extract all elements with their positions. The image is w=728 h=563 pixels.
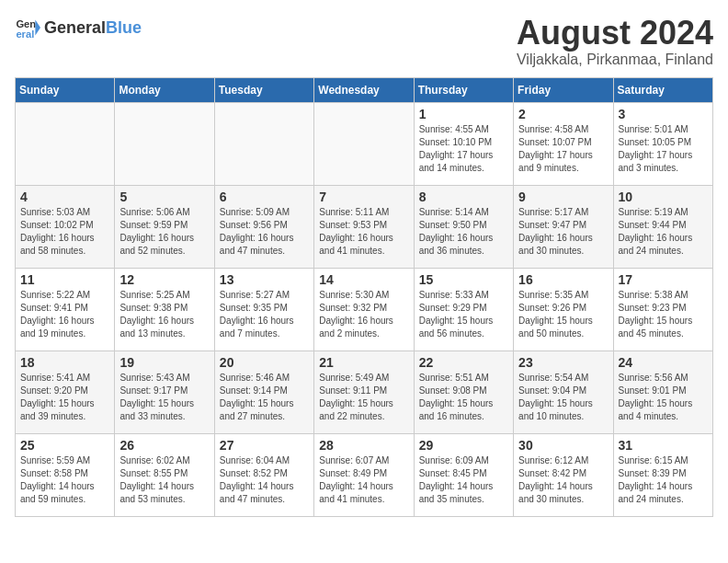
table-row (16, 102, 115, 185)
day-number: 4 (20, 190, 109, 204)
day-info: Sunrise: 5:49 AM Sunset: 9:11 PM Dayligh… (319, 372, 408, 423)
day-number: 19 (119, 355, 209, 370)
day-info: Sunrise: 6:09 AM Sunset: 8:45 PM Dayligh… (419, 454, 508, 506)
day-info: Sunrise: 5:51 AM Sunset: 9:08 PM Dayligh… (419, 372, 508, 423)
col-sunday: Sunday (16, 77, 115, 102)
table-row: 27Sunrise: 6:04 AM Sunset: 8:52 PM Dayli… (214, 433, 313, 516)
table-row: 13Sunrise: 5:27 AM Sunset: 9:35 PM Dayli… (214, 268, 313, 350)
svg-marker-2 (35, 20, 40, 36)
table-row: 1Sunrise: 4:55 AM Sunset: 10:10 PM Dayli… (414, 102, 513, 185)
day-number: 31 (619, 438, 708, 453)
day-info: Sunrise: 5:38 AM Sunset: 9:23 PM Dayligh… (619, 289, 708, 340)
day-number: 7 (319, 190, 408, 204)
table-row: 24Sunrise: 5:56 AM Sunset: 9:01 PM Dayli… (613, 350, 712, 433)
day-info: Sunrise: 5:27 AM Sunset: 9:35 PM Dayligh… (220, 289, 309, 340)
day-info: Sunrise: 5:25 AM Sunset: 9:38 PM Dayligh… (119, 289, 209, 340)
table-row (115, 102, 214, 185)
day-info: Sunrise: 5:35 AM Sunset: 9:26 PM Dayligh… (518, 289, 608, 340)
day-info: Sunrise: 5:59 AM Sunset: 8:58 PM Dayligh… (20, 454, 109, 506)
table-row: 20Sunrise: 5:46 AM Sunset: 9:14 PM Dayli… (214, 350, 313, 433)
day-number: 5 (119, 190, 209, 204)
table-row: 5Sunrise: 5:06 AM Sunset: 9:59 PM Daylig… (115, 185, 214, 268)
table-row: 11Sunrise: 5:22 AM Sunset: 9:41 PM Dayli… (16, 268, 115, 350)
day-number: 13 (220, 272, 309, 287)
table-row: 12Sunrise: 5:25 AM Sunset: 9:38 PM Dayli… (115, 268, 214, 350)
calendar-week-row: 18Sunrise: 5:41 AM Sunset: 9:20 PM Dayli… (16, 350, 713, 433)
table-row: 2Sunrise: 4:58 AM Sunset: 10:07 PM Dayli… (514, 102, 613, 185)
day-number: 25 (20, 438, 109, 453)
table-row: 26Sunrise: 6:02 AM Sunset: 8:55 PM Dayli… (115, 433, 214, 516)
day-number: 22 (419, 355, 508, 370)
table-row: 16Sunrise: 5:35 AM Sunset: 9:26 PM Dayli… (514, 268, 613, 350)
col-tuesday: Tuesday (214, 77, 313, 102)
day-info: Sunrise: 4:58 AM Sunset: 10:07 PM Daylig… (518, 123, 608, 175)
svg-text:eral: eral (16, 29, 34, 40)
table-row: 7Sunrise: 5:11 AM Sunset: 9:53 PM Daylig… (314, 185, 414, 268)
col-friday: Friday (514, 77, 613, 102)
day-info: Sunrise: 4:55 AM Sunset: 10:10 PM Daylig… (419, 123, 508, 175)
day-number: 27 (220, 438, 309, 453)
table-row: 25Sunrise: 5:59 AM Sunset: 8:58 PM Dayli… (16, 433, 115, 516)
col-monday: Monday (115, 77, 214, 102)
logo-blue: Blue (106, 18, 142, 37)
day-number: 21 (319, 355, 408, 370)
day-info: Sunrise: 6:04 AM Sunset: 8:52 PM Dayligh… (220, 454, 309, 506)
calendar-subtitle: Viljakkala, Pirkanmaa, Finland (517, 52, 713, 68)
day-info: Sunrise: 5:33 AM Sunset: 9:29 PM Dayligh… (419, 289, 508, 340)
day-info: Sunrise: 6:12 AM Sunset: 8:42 PM Dayligh… (518, 454, 608, 506)
calendar-week-row: 25Sunrise: 5:59 AM Sunset: 8:58 PM Dayli… (16, 433, 713, 516)
svg-text:Gen: Gen (16, 18, 36, 29)
calendar-week-row: 4Sunrise: 5:03 AM Sunset: 10:02 PM Dayli… (16, 185, 713, 268)
day-number: 12 (119, 272, 209, 287)
day-info: Sunrise: 5:09 AM Sunset: 9:56 PM Dayligh… (220, 206, 309, 258)
logo-icon: Gen eral (15, 15, 40, 40)
table-row: 30Sunrise: 6:12 AM Sunset: 8:42 PM Dayli… (514, 433, 613, 516)
day-info: Sunrise: 5:22 AM Sunset: 9:41 PM Dayligh… (20, 289, 109, 340)
day-number: 18 (20, 355, 109, 370)
table-row: 21Sunrise: 5:49 AM Sunset: 9:11 PM Dayli… (314, 350, 414, 433)
day-number: 8 (419, 190, 508, 204)
calendar-week-row: 11Sunrise: 5:22 AM Sunset: 9:41 PM Dayli… (16, 268, 713, 350)
day-info: Sunrise: 5:54 AM Sunset: 9:04 PM Dayligh… (518, 372, 608, 423)
day-number: 6 (220, 190, 309, 204)
table-row: 14Sunrise: 5:30 AM Sunset: 9:32 PM Dayli… (314, 268, 414, 350)
table-row: 23Sunrise: 5:54 AM Sunset: 9:04 PM Dayli… (514, 350, 613, 433)
day-info: Sunrise: 5:11 AM Sunset: 9:53 PM Dayligh… (319, 206, 408, 258)
col-thursday: Thursday (414, 77, 513, 102)
day-number: 30 (518, 438, 608, 453)
day-number: 26 (119, 438, 209, 453)
day-info: Sunrise: 5:56 AM Sunset: 9:01 PM Dayligh… (619, 372, 708, 423)
day-number: 1 (419, 107, 508, 121)
day-number: 28 (319, 438, 408, 453)
day-info: Sunrise: 5:19 AM Sunset: 9:44 PM Dayligh… (619, 206, 708, 258)
day-number: 29 (419, 438, 508, 453)
col-wednesday: Wednesday (314, 77, 414, 102)
day-number: 11 (20, 272, 109, 287)
table-row: 22Sunrise: 5:51 AM Sunset: 9:08 PM Dayli… (414, 350, 513, 433)
header: Gen eral GeneralBlue August 2024 Viljakk… (15, 15, 713, 68)
calendar-title: August 2024 (517, 15, 713, 52)
table-row (214, 102, 313, 185)
day-info: Sunrise: 5:41 AM Sunset: 9:20 PM Dayligh… (20, 372, 109, 423)
day-info: Sunrise: 5:01 AM Sunset: 10:05 PM Daylig… (619, 123, 708, 175)
logo: Gen eral GeneralBlue (15, 15, 142, 40)
table-row: 15Sunrise: 5:33 AM Sunset: 9:29 PM Dayli… (414, 268, 513, 350)
day-number: 15 (419, 272, 508, 287)
day-number: 24 (619, 355, 708, 370)
table-row: 3Sunrise: 5:01 AM Sunset: 10:05 PM Dayli… (613, 102, 712, 185)
day-info: Sunrise: 5:43 AM Sunset: 9:17 PM Dayligh… (119, 372, 209, 423)
day-info: Sunrise: 5:17 AM Sunset: 9:47 PM Dayligh… (518, 206, 608, 258)
day-number: 20 (220, 355, 309, 370)
table-row: 8Sunrise: 5:14 AM Sunset: 9:50 PM Daylig… (414, 185, 513, 268)
day-info: Sunrise: 5:30 AM Sunset: 9:32 PM Dayligh… (319, 289, 408, 340)
table-row: 6Sunrise: 5:09 AM Sunset: 9:56 PM Daylig… (214, 185, 313, 268)
table-row: 17Sunrise: 5:38 AM Sunset: 9:23 PM Dayli… (613, 268, 712, 350)
day-number: 9 (518, 190, 608, 204)
day-info: Sunrise: 5:46 AM Sunset: 9:14 PM Dayligh… (220, 372, 309, 423)
title-area: August 2024 Viljakkala, Pirkanmaa, Finla… (517, 15, 713, 68)
day-number: 10 (619, 190, 708, 204)
day-info: Sunrise: 6:15 AM Sunset: 8:39 PM Dayligh… (619, 454, 708, 506)
day-info: Sunrise: 5:06 AM Sunset: 9:59 PM Dayligh… (119, 206, 209, 258)
day-number: 16 (518, 272, 608, 287)
day-number: 2 (518, 107, 608, 121)
